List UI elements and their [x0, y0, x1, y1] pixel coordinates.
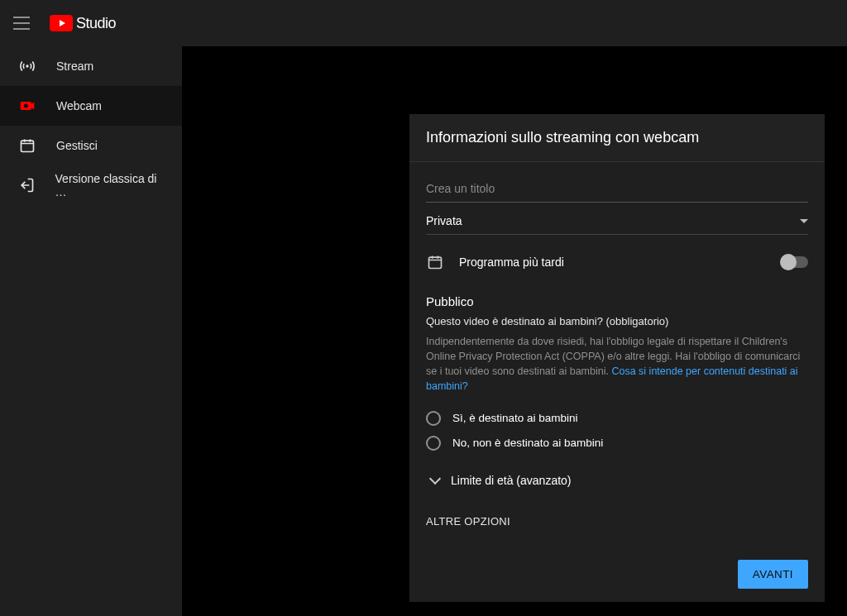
brand-text: Studio: [76, 15, 116, 32]
panel-body: Privata Programma più tardi Pubblico Que…: [409, 162, 825, 547]
sidebar-item-label: Stream: [56, 60, 93, 73]
exit-icon: [18, 176, 36, 194]
radio-made-for-kids-no[interactable]: No, non è destinato ai bambini: [426, 431, 808, 456]
chevron-down-icon: [429, 472, 441, 484]
svg-point-0: [26, 64, 28, 67]
stream-icon: [18, 57, 36, 75]
audience-description: Indipendentemente da dove risiedi, hai l…: [426, 334, 808, 394]
sidebar-item-label: Versione classica di …: [55, 172, 164, 198]
webcam-info-panel: Informazioni sullo streaming con webcam …: [409, 114, 825, 602]
audience-section-title: Pubblico: [426, 279, 808, 315]
expander-label: Limite di età (avanzato): [451, 474, 572, 487]
radio-icon: [426, 436, 441, 451]
sidebar-item-label: Gestisci: [56, 139, 98, 152]
menu-icon[interactable]: [13, 13, 33, 33]
sidebar-item-webcam[interactable]: Webcam: [0, 86, 182, 126]
privacy-select[interactable]: Privata: [426, 203, 808, 235]
main-area: Informazioni sullo streaming con webcam …: [182, 46, 847, 616]
schedule-toggle[interactable]: [782, 256, 808, 268]
age-restriction-expander[interactable]: Limite di età (avanzato): [426, 456, 808, 492]
sidebar-item-label: Webcam: [56, 99, 102, 112]
webcam-icon: [18, 97, 36, 115]
radio-made-for-kids-yes[interactable]: Sì, è destinato ai bambini: [426, 406, 808, 431]
more-options-link[interactable]: ALTRE OPZIONI: [426, 492, 808, 528]
sidebar: Stream Webcam Gestisci Versione classica…: [0, 46, 182, 616]
youtube-icon: [50, 15, 73, 31]
sidebar-item-manage[interactable]: Gestisci: [0, 126, 182, 165]
calendar-icon: [426, 253, 444, 271]
svg-rect-2: [22, 141, 34, 151]
sidebar-item-classic[interactable]: Versione classica di …: [0, 165, 182, 205]
svg-rect-3: [429, 257, 442, 268]
panel-footer: AVANTI: [409, 547, 825, 602]
schedule-row: Programma più tardi: [426, 235, 808, 279]
logo[interactable]: Studio: [50, 15, 116, 32]
stream-title-input[interactable]: [426, 169, 808, 203]
sidebar-item-stream[interactable]: Stream: [0, 46, 182, 86]
schedule-label: Programma più tardi: [459, 255, 564, 269]
radio-label: Sì, è destinato ai bambini: [452, 412, 578, 424]
next-button[interactable]: AVANTI: [738, 560, 808, 589]
audience-question: Questo video è destinato ai bambini? (ob…: [426, 315, 808, 327]
panel-title: Informazioni sullo streaming con webcam: [409, 114, 825, 162]
radio-label: No, non è destinato ai bambini: [452, 437, 603, 449]
calendar-icon: [18, 136, 36, 155]
privacy-value: Privata: [426, 214, 462, 227]
radio-icon: [426, 411, 441, 426]
top-bar: Studio: [0, 0, 847, 46]
svg-point-1: [24, 104, 28, 108]
chevron-down-icon: [800, 219, 808, 223]
